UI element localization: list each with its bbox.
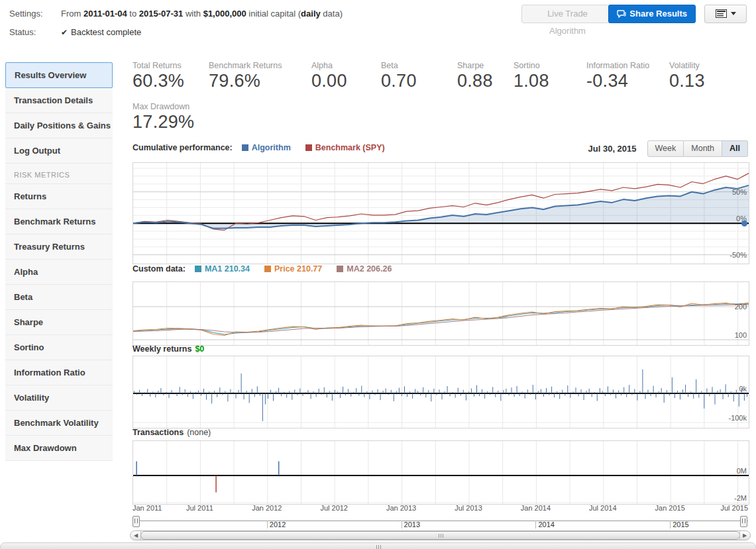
metric-max-drawdown: Max Drawdown17.29%	[133, 102, 194, 132]
settings-text-part: daily	[301, 9, 321, 19]
sidebar-item-returns[interactable]: Returns	[5, 184, 113, 209]
x-axis-label: Jul 2011	[186, 504, 213, 512]
metric-label: Alpha	[311, 61, 381, 70]
settings-row: Settings:From 2011-01-04 to 2015-07-31 w…	[9, 9, 343, 19]
legend-item-price-210-77: Price 210.77	[264, 264, 322, 274]
chat-bubble-icon	[617, 10, 626, 18]
transactions-row: Transactions (none)	[133, 428, 211, 437]
custom-data-legend-row: Custom data: MA1 210.34Price 210.77MA2 2…	[133, 264, 406, 274]
settings-text-part: to	[127, 9, 139, 19]
transactions-chart[interactable]: 0M-2M	[133, 440, 749, 505]
settings-text-part: $1,000,000	[203, 9, 246, 19]
sidebar-item-sortino[interactable]: Sortino	[5, 335, 113, 360]
svg-text:200: 200	[735, 303, 747, 311]
metric-value: -0.34	[586, 71, 669, 91]
x-axis-label: Jan 2014	[521, 504, 551, 512]
navigator-left-handle[interactable]	[133, 516, 140, 527]
metric-value: 79.6%	[209, 71, 311, 91]
status-label: Status:	[9, 27, 61, 37]
scrollbar-left-arrow[interactable]: ◀	[131, 531, 141, 540]
scrollbar-grip	[439, 534, 443, 538]
legend-swatch-icon	[305, 144, 312, 151]
scrollbar-thumb[interactable]	[140, 531, 740, 540]
navigator-year-label: 2012	[267, 521, 286, 528]
sidebar-item-max-drawdown[interactable]: Max Drawdown	[5, 436, 113, 461]
metrics-row-1: Total Returns60.3%Benchmark Returns79.6%…	[133, 61, 735, 91]
metric-value: 0.13	[669, 71, 735, 91]
metric-label: Sharpe	[457, 61, 513, 70]
settings-text: From 2011-01-04 to 2015-07-31 with $1,00…	[61, 9, 343, 19]
sidebar-item-benchmark-volatility[interactable]: Benchmark Volatility	[5, 411, 113, 436]
metric-value: 0.70	[381, 71, 457, 91]
page-scrollbar-grip	[376, 545, 381, 549]
sidebar-item-benchmark-returns[interactable]: Benchmark Returns	[5, 209, 113, 234]
weekly-returns-chart[interactable]: 0k-100k	[133, 356, 749, 428]
legend-swatch-icon	[264, 266, 271, 272]
legend-item-ma1-210-34: MA1 210.34	[195, 264, 250, 274]
sidebar-section-risk-metrics: RISK METRICS	[5, 164, 113, 184]
metric-alpha: Alpha0.00	[311, 61, 381, 91]
metric-value: 17.29%	[133, 112, 194, 132]
legend-swatch-icon	[195, 266, 201, 272]
scrollbar-right-arrow[interactable]: ▶	[739, 531, 749, 540]
sidebar-item-beta[interactable]: Beta	[5, 285, 113, 310]
sidebar-item-treasury-returns[interactable]: Treasury Returns	[5, 234, 113, 260]
custom-data-chart[interactable]: 200100	[133, 281, 749, 346]
legend-item-benchmark-spy-: Benchmark (SPY)	[305, 143, 385, 152]
caret-down-icon	[731, 12, 736, 15]
settings-text-part: initial capital (	[246, 9, 301, 19]
chart-scrollbar[interactable]: ◀ ▶	[130, 530, 751, 540]
x-axis-label: Jul 2015	[720, 504, 748, 512]
svg-text:100: 100	[735, 331, 747, 339]
transactions-title: Transactions	[133, 428, 184, 437]
x-axis-label: Jan 2011	[133, 504, 162, 512]
check-icon: ✔	[61, 28, 68, 37]
metric-value: 0.88	[457, 71, 513, 91]
x-axis-label: Jan 2015	[655, 504, 685, 512]
navigator-year-label: 2013	[402, 521, 420, 528]
cumulative-performance-chart[interactable]: 50%0%-50%	[133, 162, 749, 264]
sidebar-item-daily-positions-gains[interactable]: Daily Positions & Gains	[5, 113, 113, 138]
x-axis-label: Jul 2014	[589, 504, 617, 512]
sidebar-item-alpha[interactable]: Alpha	[5, 260, 113, 285]
cumulative-legend: AlgorithmBenchmark (SPY)	[242, 143, 400, 152]
sidebar-item-results-overview[interactable]: Results Overview	[5, 62, 113, 88]
settings-label: Settings:	[9, 9, 61, 19]
sidebar-item-sharpe[interactable]: Sharpe	[5, 310, 113, 335]
svg-text:-2M: -2M	[734, 494, 747, 502]
current-date-label: Jul 30, 2015	[588, 144, 637, 154]
metric-total-returns: Total Returns60.3%	[133, 61, 209, 91]
backtest-results-page: Settings:From 2011-01-04 to 2015-07-31 w…	[0, 0, 756, 549]
range-button-all[interactable]: All	[722, 140, 748, 157]
metric-value: 1.08	[513, 71, 586, 91]
x-axis-labels: Jan 2011Jul 2011Jan 2012Jul 2012Jan 2013…	[133, 504, 748, 513]
metric-value: 60.3%	[133, 71, 209, 91]
navigator-track	[133, 521, 748, 521]
cumulative-title: Cumulative performance:	[133, 143, 233, 152]
sidebar-item-log-output[interactable]: Log Output	[5, 138, 113, 164]
settings-text-part: 2011-01-04	[83, 9, 127, 19]
navigator-right-handle[interactable]	[740, 516, 747, 527]
svg-text:-50%: -50%	[729, 251, 747, 259]
live-trade-button[interactable]: Live Trade Algorithm	[521, 5, 614, 23]
x-axis-label: Jul 2013	[455, 504, 482, 512]
range-button-week[interactable]: Week	[647, 140, 684, 157]
share-results-button[interactable]: Share Results	[608, 5, 696, 23]
transactions-value: (none)	[187, 428, 211, 437]
list-icon	[716, 9, 727, 18]
series-end-marker-dot[interactable]	[741, 221, 747, 226]
metric-label: Information Ratio	[586, 61, 669, 70]
metric-label: Total Returns	[133, 61, 209, 70]
legend-swatch-icon	[337, 266, 343, 272]
status-row: Status:✔Backtest complete	[9, 27, 141, 37]
range-navigator[interactable]: 2012201320142015	[133, 518, 748, 530]
sidebar-item-transaction-details[interactable]: Transaction Details	[5, 88, 113, 113]
range-button-month[interactable]: Month	[684, 140, 722, 157]
report-menu-button[interactable]	[704, 5, 747, 23]
sidebar-item-volatility[interactable]: Volatility	[5, 385, 113, 411]
weekly-returns-value: $0	[195, 344, 204, 354]
page-scrollbar[interactable]	[0, 542, 756, 549]
settings-text-part: data)	[321, 9, 343, 19]
settings-text-part: with	[183, 9, 203, 19]
sidebar-item-information-ratio[interactable]: Information Ratio	[5, 360, 113, 385]
